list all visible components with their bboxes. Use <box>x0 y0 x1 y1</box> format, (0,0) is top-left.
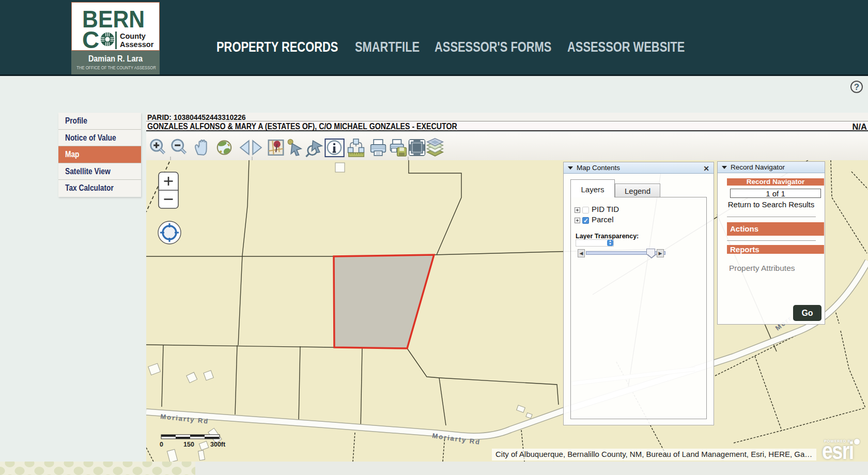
svg-text:300ft: 300ft <box>210 441 226 448</box>
svg-text:150: 150 <box>183 441 194 448</box>
svg-text:0: 0 <box>160 441 163 448</box>
